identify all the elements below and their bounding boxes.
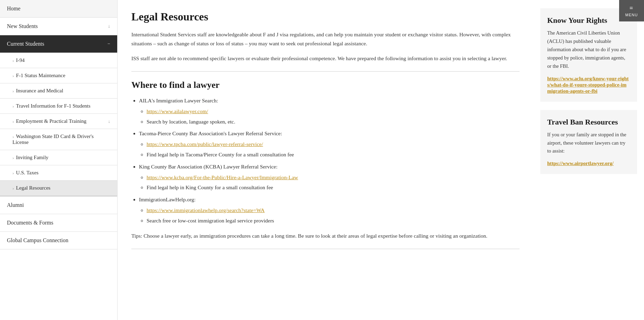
list-item: Find legal help in King County for a sma… — [147, 183, 520, 192]
list-item: AILA's Immigration Lawyer Search: https:… — [139, 97, 520, 126]
lawyer-resources-list: AILA's Immigration Lawyer Search: https:… — [131, 97, 520, 225]
tpcba-link[interactable]: https://www.tpcba.com/public/lawyer-refe… — [147, 141, 263, 147]
main-content: Legal Resources International Student Se… — [118, 0, 533, 320]
travel-ban-card: Travel Ban Resources If you or your fami… — [540, 110, 637, 174]
tips-paragraph: Tips: Choose a lawyer early, as immigrat… — [131, 231, 520, 240]
immigrationlawhelp-link[interactable]: https://www.immigrationlawhelp.org/searc… — [147, 207, 264, 213]
travel-ban-description: If you or your family are stopped in the… — [547, 131, 630, 156]
sidebar-item-alumni[interactable]: Alumni — [0, 196, 117, 214]
sidebar-item-wa-id[interactable]: ›Washington State ID Card & Driver's Lic… — [0, 129, 117, 150]
sidebar-item-new-students[interactable]: New Students ↓ — [0, 18, 117, 35]
know-rights-title: Know Your Rights — [547, 16, 630, 25]
chevron-right-icon: › — [12, 103, 14, 109]
chevron-right-icon: › — [12, 73, 14, 79]
sub-list: https://www.immigrationlawhelp.org/searc… — [139, 206, 520, 225]
sidebar-item-travel[interactable]: ›Travel Information for F-1 Students — [0, 99, 117, 114]
travel-ban-link[interactable]: https://www.airportlawyer.org/ — [547, 161, 614, 166]
sidebar-item-i94[interactable]: ›I-94 — [0, 53, 117, 68]
intro-paragraph-2: ISS staff are not able to recommend spec… — [131, 54, 520, 63]
list-item: Search free or low-cost immigration lega… — [147, 217, 520, 225]
resource-label: AILA's Immigration Lawyer Search: — [139, 98, 218, 103]
divider — [131, 71, 520, 72]
menu-button[interactable]: ≡ MENU — [619, 0, 644, 21]
intro-paragraph-1: International Student Services staff are… — [131, 30, 520, 48]
menu-label: MENU — [625, 13, 638, 17]
list-item: Search by location, language spoken, etc… — [147, 118, 520, 126]
right-sidebar: Know Your Rights The American Civil Libe… — [533, 0, 644, 320]
list-item: Tacoma-Pierce County Bar Association's L… — [139, 129, 520, 159]
aila-link[interactable]: https://www.ailalawyer.com/ — [147, 108, 208, 114]
resource-label: Tacoma-Pierce County Bar Association's L… — [139, 130, 282, 136]
sidebar-item-f1-status[interactable]: ›F-1 Status Maintenance — [0, 68, 117, 83]
chevron-right-icon: › — [12, 134, 14, 139]
chevron-right-icon: › — [12, 119, 14, 124]
sub-list: https://www.tpcba.com/public/lawyer-refe… — [139, 140, 520, 159]
bottom-divider — [131, 249, 520, 249]
sidebar-item-current-students[interactable]: Current Students − — [0, 35, 117, 53]
list-item: ImmigrationLawHelp.org: https://www.immi… — [139, 195, 520, 225]
chevron-right-icon: › — [12, 170, 14, 176]
sidebar-item-taxes[interactable]: ›U.S. Taxes — [0, 165, 117, 181]
chevron-right-icon: › — [12, 88, 14, 94]
list-item: https://www.tpcba.com/public/lawyer-refe… — [147, 140, 520, 149]
hamburger-icon: ≡ — [629, 4, 634, 12]
resource-label: ImmigrationLawHelp.org: — [139, 196, 196, 202]
know-rights-link[interactable]: https://www.aclu.org/know-your-rights/wh… — [547, 76, 629, 94]
chevron-right-icon: › — [12, 155, 14, 161]
know-rights-card: Know Your Rights The American Civil Libe… — [540, 8, 637, 102]
section-title-lawyer: Where to find a lawyer — [131, 80, 520, 90]
left-sidebar: Home New Students ↓ Current Students − ›… — [0, 0, 118, 320]
know-rights-description: The American Civil Liberties Union (ACLU… — [547, 29, 630, 71]
sidebar-item-home[interactable]: Home — [0, 0, 117, 18]
chevron-down-icon: ↓ — [108, 119, 111, 124]
list-item: https://www.ailalawyer.com/ — [147, 107, 520, 116]
list-item: https://www.immigrationlawhelp.org/searc… — [147, 206, 520, 215]
sidebar-item-insurance[interactable]: ›Insurance and Medical — [0, 83, 117, 99]
sub-list: https://www.ailalawyer.com/ Search by lo… — [139, 107, 520, 126]
sub-list: https://www.kcba.org/For-the-Public/Hire… — [139, 173, 520, 192]
sidebar-item-documents[interactable]: Documents & Forms — [0, 214, 117, 232]
sidebar-item-legal[interactable]: ›Legal Resources — [0, 181, 117, 196]
list-item: https://www.kcba.org/For-the-Public/Hire… — [147, 173, 520, 182]
sidebar-item-global[interactable]: Global Campus Connection — [0, 232, 117, 249]
travel-ban-title: Travel Ban Resources — [547, 118, 630, 127]
resource-label: King County Bar Association (KCBA) Lawye… — [139, 164, 278, 170]
sidebar-item-employment[interactable]: ›Employment & Practical Training ↓ — [0, 114, 117, 129]
page-title: Legal Resources — [131, 10, 520, 23]
list-item: King County Bar Association (KCBA) Lawye… — [139, 163, 520, 192]
list-item: Find legal help in Tacoma/Pierce County … — [147, 150, 520, 159]
chevron-down-icon: ↓ — [108, 24, 110, 29]
kcba-link[interactable]: https://www.kcba.org/For-the-Public/Hire… — [147, 174, 298, 180]
sidebar-item-inviting[interactable]: ›Inviting Family — [0, 150, 117, 165]
minus-icon: − — [108, 41, 110, 47]
chevron-right-icon: › — [12, 58, 14, 63]
chevron-right-icon: › — [12, 185, 14, 191]
